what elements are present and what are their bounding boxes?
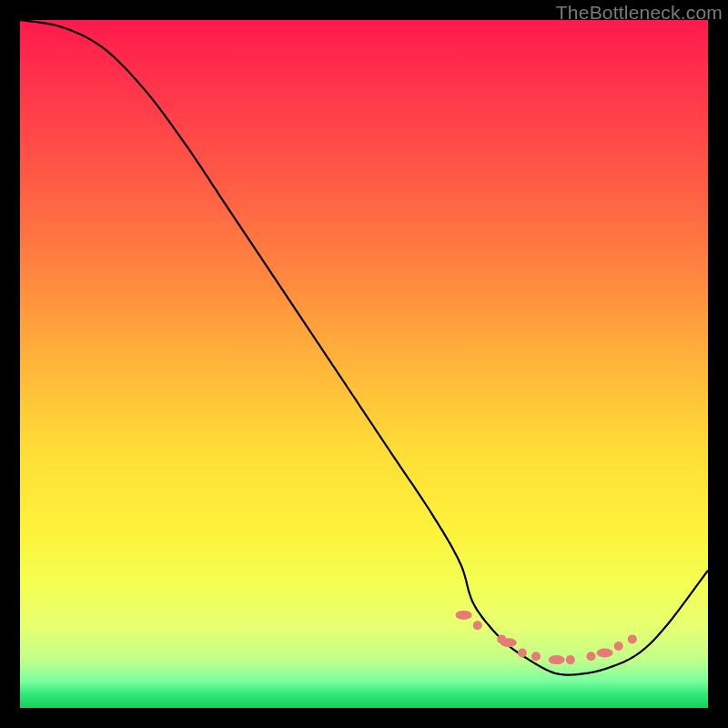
marker-dot xyxy=(473,621,482,630)
marker-dot xyxy=(597,649,613,658)
marker-dot xyxy=(628,634,637,643)
chart-frame: TheBottleneck.com xyxy=(0,0,728,728)
watermark-text: TheBottleneck.com xyxy=(556,2,723,24)
marker-dot xyxy=(531,652,541,661)
marker-dot xyxy=(500,638,517,647)
marker-dot xyxy=(456,611,472,620)
marker-dot xyxy=(549,655,565,664)
marker-dot xyxy=(587,652,596,661)
marker-dot xyxy=(518,649,527,658)
plot-area xyxy=(20,20,708,708)
marker-dot xyxy=(614,642,623,651)
bottleneck-curve xyxy=(20,20,708,675)
marker-dot xyxy=(566,655,575,664)
bottleneck-curve-svg xyxy=(20,20,708,708)
